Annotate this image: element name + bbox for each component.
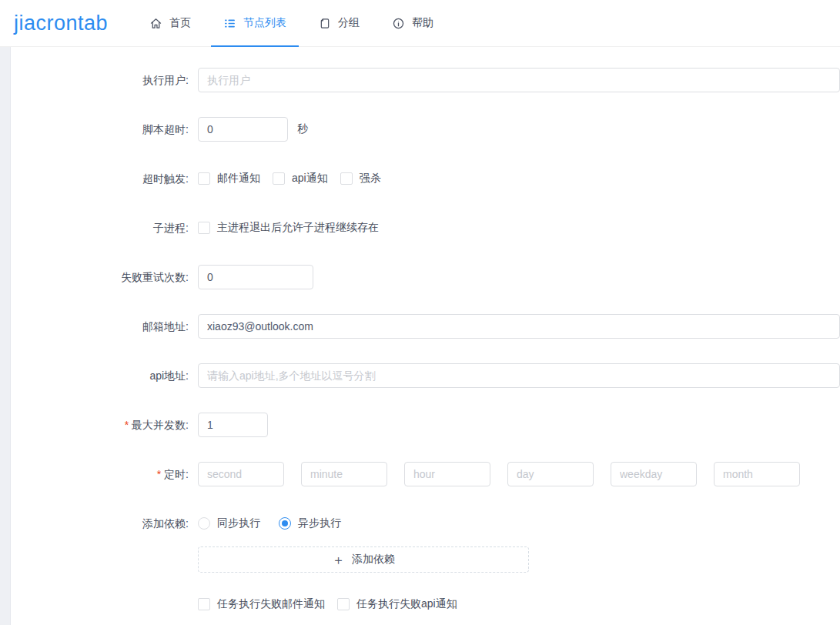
form-row-retry-count: 失败重试次数: [11,265,840,289]
checkbox-icon [198,598,210,610]
api-addr-input[interactable] [198,363,840,388]
dependency-mode-group: 同步执行 异步执行 [198,516,360,530]
plus-icon: ＋ [332,553,345,567]
radio-icon [198,517,210,530]
timeout-unit: 秒 [297,122,308,136]
cron-weekday-input[interactable] [611,462,697,486]
retry-count-label: 失败重试次数: [11,265,198,289]
checkbox-label: api通知 [292,172,328,185]
home-icon [149,17,162,30]
script-timeout-input[interactable] [198,117,288,142]
nav-item-home[interactable]: 首页 [137,0,203,46]
retry-count-input[interactable] [198,265,313,289]
email-input[interactable] [198,314,840,339]
nav-item-groups[interactable]: 分组 [306,0,372,46]
form-row-dependency: 添加依赖: 同步执行 异步执行 [11,511,840,536]
checkbox-icon [340,172,353,185]
nav-item-label: 分组 [338,16,360,30]
max-concurrency-input[interactable] [198,413,268,437]
form-row-script-timeout: 脚本超时: 秒 [11,117,840,142]
checkbox-icon [273,172,285,185]
form-row-timing: *定时: [11,462,840,486]
nav-item-help[interactable]: 帮助 [380,0,446,46]
api-notify-checkbox[interactable]: api通知 [273,172,328,185]
fail-api-notify-checkbox[interactable]: 任务执行失败api通知 [337,597,457,611]
cron-day-input[interactable] [507,462,594,486]
add-dependency-button[interactable]: ＋ 添加依赖 [198,546,529,573]
dependency-label: 添加依赖: [11,511,198,536]
timeout-trigger-label: 超时触发: [11,166,198,191]
nav-item-label: 帮助 [412,16,433,30]
force-kill-checkbox[interactable]: 强杀 [340,172,381,185]
nav-item-label: 首页 [169,16,191,30]
nav-item-label: 节点列表 [243,16,286,30]
cron-month-input[interactable] [714,462,800,486]
checkbox-label: 邮件通知 [217,172,260,185]
required-mark: * [157,468,161,480]
nav-item-node-list[interactable]: 节点列表 [211,0,299,46]
script-timeout-label: 脚本超时: [11,117,198,142]
exec-user-label: 执行用户: [11,68,198,92]
list-icon [223,17,236,30]
form-row-email: 邮箱地址: [11,314,840,339]
email-notify-checkbox[interactable]: 邮件通知 [198,172,260,185]
form-row-child-process: 子进程: 主进程退出后允许子进程继续存在 [11,216,840,240]
job-edit-form: 执行用户: 脚本超时: 秒 超时触发: 邮件通知 api通知 [10,47,840,625]
cron-second-input[interactable] [198,462,284,486]
checkbox-label: 任务执行失败api通知 [356,597,457,611]
child-process-label: 子进程: [11,216,198,240]
email-label: 邮箱地址: [11,314,198,339]
async-exec-radio[interactable]: 异步执行 [279,516,341,530]
form-row-exec-user: 执行用户: [11,68,840,92]
brand-logo[interactable]: jiacrontab [14,12,108,35]
radio-selected-icon [279,517,291,530]
header: jiacrontab 首页 节 [0,0,840,47]
checkbox-icon [198,172,210,185]
add-dependency-button-label: 添加依赖 [352,553,395,567]
label-spacer [11,546,198,573]
checkbox-icon [198,222,210,234]
form-row-fail-notify: 任务执行失败邮件通知 任务执行失败api通知 [11,597,840,611]
sync-exec-radio[interactable]: 同步执行 [198,516,260,530]
fail-email-notify-checkbox[interactable]: 任务执行失败邮件通知 [198,597,325,611]
api-addr-label: api地址: [11,363,198,388]
fail-notify-group: 任务执行失败邮件通知 任务执行失败api通知 [198,597,470,611]
required-mark: * [125,419,129,431]
main-nav: 首页 节点列表 分组 [129,0,446,46]
cron-hour-input[interactable] [404,462,490,486]
form-row-add-dependency: ＋ 添加依赖 [11,546,840,573]
radio-label: 同步执行 [217,516,260,530]
info-icon [392,17,405,30]
child-process-checkbox[interactable]: 主进程退出后允许子进程继续存在 [198,221,379,235]
timing-label: *定时: [11,462,198,486]
exec-user-input[interactable] [198,68,840,92]
timeout-trigger-group: 邮件通知 api通知 强杀 [198,172,393,185]
clipboard-icon [319,17,331,30]
checkbox-label: 任务执行失败邮件通知 [217,597,325,611]
page-background: 执行用户: 脚本超时: 秒 超时触发: 邮件通知 api通知 [0,47,840,625]
checkbox-icon [337,598,350,610]
radio-label: 异步执行 [298,516,341,530]
form-row-timeout-trigger: 超时触发: 邮件通知 api通知 强杀 [11,166,840,191]
checkbox-label: 主进程退出后允许子进程继续存在 [217,221,379,235]
max-concurrency-label: *最大并发数: [11,413,198,437]
checkbox-label: 强杀 [360,172,381,185]
form-row-max-concurrency: *最大并发数: [11,413,840,437]
cron-minute-input[interactable] [301,462,387,486]
form-row-api-addr: api地址: [11,363,840,388]
